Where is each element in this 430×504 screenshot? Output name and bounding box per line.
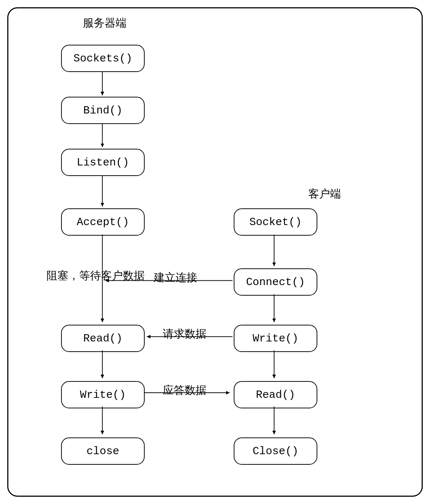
node-client-socket: Socket() xyxy=(234,208,317,236)
client-title: 客户端 xyxy=(308,187,341,201)
node-server-sockets: Sockets() xyxy=(61,45,145,72)
node-client-close: Close() xyxy=(234,437,317,465)
arrows-svg xyxy=(8,8,422,496)
node-server-bind: Bind() xyxy=(61,97,145,124)
label-request: 请求数据 xyxy=(163,327,206,341)
node-server-read: Read() xyxy=(61,325,145,352)
node-server-write: Write() xyxy=(61,381,145,408)
node-server-listen: Listen() xyxy=(61,149,145,176)
label-establish: 建立连接 xyxy=(154,270,197,285)
label-response: 应答数据 xyxy=(163,383,206,398)
label-block-wait: 阻塞，等待客户数据 xyxy=(47,268,145,283)
node-client-connect: Connect() xyxy=(234,268,317,296)
diagram-frame: 服务器端 客户端 Sockets() Bind() Listen() Accep… xyxy=(7,7,423,497)
server-title: 服务器端 xyxy=(83,16,126,31)
node-server-accept: Accept() xyxy=(61,208,145,236)
node-server-close: close xyxy=(61,437,145,465)
node-client-write: Write() xyxy=(234,325,317,352)
node-client-read: Read() xyxy=(234,381,317,408)
